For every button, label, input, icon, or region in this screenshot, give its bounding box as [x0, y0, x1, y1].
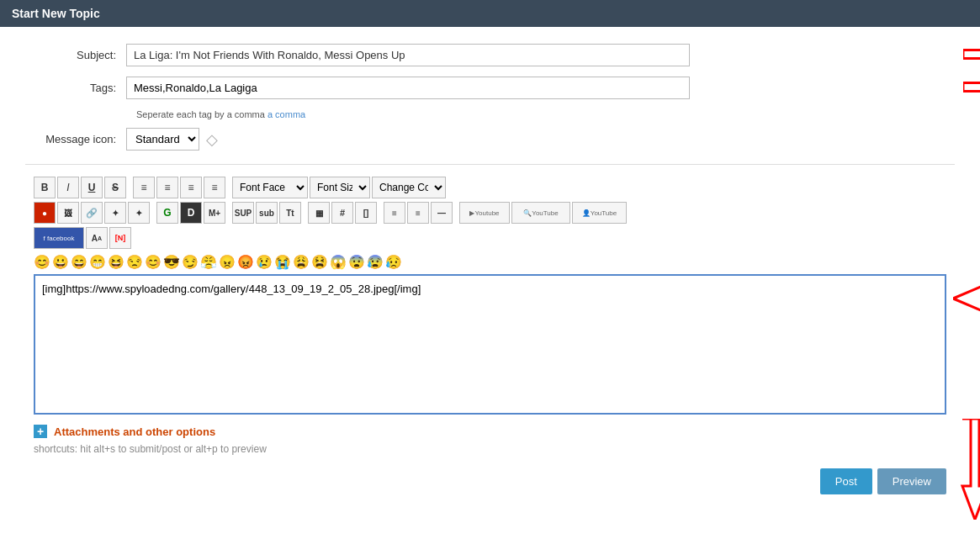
emoji-5[interactable]: 😆: [108, 256, 124, 269]
dark-d-button[interactable]: D: [180, 202, 202, 224]
attachments-label[interactable]: Attachments and other options: [54, 425, 215, 438]
emoji-20[interactable]: 😥: [385, 256, 402, 269]
emoji-11[interactable]: 😠: [219, 256, 236, 269]
emoji-15[interactable]: 😩: [293, 256, 310, 269]
textarea-down-arrow: [959, 419, 980, 522]
italic-button[interactable]: I: [57, 177, 79, 198]
list-button[interactable]: ≡: [384, 202, 405, 224]
emoji-row: 😊 😀 😄 😁 😆 😒 😊 😎 😏 😤 😠 😡 😢 😭 😩 😫 😱 😨 😰 😥: [34, 256, 955, 269]
php-button[interactable]: [N]: [109, 227, 131, 249]
emoji-6[interactable]: 😒: [126, 256, 143, 269]
subject-label: Subject:: [25, 49, 126, 61]
svg-marker-3: [962, 419, 980, 520]
sub-button[interactable]: sub: [256, 202, 278, 224]
list2-button[interactable]: ≡: [407, 202, 429, 224]
hr-button[interactable]: —: [431, 202, 453, 224]
youtube-icon[interactable]: ▶Youtube: [459, 202, 510, 224]
emoji-1[interactable]: 😊: [34, 256, 50, 269]
tags-row: Tags:: [25, 77, 955, 99]
preview-button[interactable]: Preview: [877, 468, 946, 494]
emoji-18[interactable]: 😨: [348, 256, 365, 269]
emoji-9[interactable]: 😏: [182, 256, 199, 269]
comma-link[interactable]: a comma: [268, 109, 305, 119]
tags-label: Tags:: [25, 82, 126, 94]
emoji-3[interactable]: 😄: [71, 256, 87, 269]
align-left-button[interactable]: ≡: [133, 177, 155, 198]
green-g-button[interactable]: G: [156, 202, 178, 224]
emoji-2[interactable]: 😀: [52, 256, 69, 269]
special-button[interactable]: ✦: [104, 202, 126, 224]
tags-input[interactable]: [126, 77, 690, 99]
attachments-row: + Attachments and other options: [34, 425, 946, 438]
page-header: Start New Topic: [0, 0, 980, 27]
emoji-16[interactable]: 😫: [311, 256, 328, 269]
change-color-select[interactable]: Change Color: [372, 177, 446, 198]
message-icon-select[interactable]: Standard: [126, 128, 199, 151]
diamond-icon: ◇: [206, 130, 218, 149]
subject-input[interactable]: [126, 44, 690, 66]
toolbar-row-3: f facebook AA [N]: [34, 227, 955, 249]
tt-button[interactable]: Tt: [279, 202, 301, 224]
emoji-4[interactable]: 😁: [89, 256, 106, 269]
divider: [25, 164, 955, 165]
link-button[interactable]: 🔗: [81, 202, 103, 224]
underline-button[interactable]: U: [81, 177, 103, 198]
font-size-select[interactable]: Font Size: [310, 177, 370, 198]
subject-row: Subject:: [25, 44, 955, 66]
emoji-7[interactable]: 😊: [145, 256, 162, 269]
facebook-icon[interactable]: f facebook: [34, 227, 84, 249]
bold-button[interactable]: B: [34, 177, 56, 198]
tags-hint: Seperate each tag by a comma a comma: [136, 109, 955, 119]
main-content: Subject: Tags: Seperate each tag by a co…: [0, 27, 980, 539]
flash-button[interactable]: ●: [34, 202, 56, 224]
post-button[interactable]: Post: [820, 468, 872, 494]
font-a-button[interactable]: AA: [86, 227, 108, 249]
toolbar-area: B I U S ≡ ≡ ≡ ≡ Font Face Font Size Chan…: [34, 177, 955, 249]
emoji-17[interactable]: 😱: [330, 256, 347, 269]
bracket-button[interactable]: []: [355, 202, 377, 224]
emoji-8[interactable]: 😎: [163, 256, 180, 269]
emoji-14[interactable]: 😭: [274, 256, 291, 269]
buttons-row: Post Preview: [25, 468, 946, 494]
message-textarea-wrap: [img]https://www.spyloadedng.com/gallery…: [34, 274, 946, 415]
textarea-left-arrow: [953, 283, 980, 317]
emoji-13[interactable]: 😢: [256, 256, 273, 269]
message-icon-label: Message icon:: [25, 133, 126, 145]
youtube-user-icon[interactable]: 👤YouTube: [572, 202, 627, 224]
font-face-select[interactable]: Font Face: [232, 177, 308, 198]
align-right-button[interactable]: ≡: [180, 177, 202, 198]
youtube-search-icon[interactable]: 🔍YouTube: [511, 202, 570, 224]
hash-button[interactable]: #: [331, 202, 353, 224]
shortcuts-text: shortcuts: hit alt+s to submit/post or a…: [34, 443, 946, 455]
align-justify-button[interactable]: ≡: [204, 177, 225, 198]
strikethrough-button[interactable]: S: [104, 177, 126, 198]
m-plus-button[interactable]: M+: [204, 202, 225, 224]
emoji-19[interactable]: 😰: [367, 256, 384, 269]
toolbar-row-1: B I U S ≡ ≡ ≡ ≡ Font Face Font Size Chan…: [34, 177, 955, 198]
image-button[interactable]: 🖼: [57, 202, 79, 224]
align-center-button[interactable]: ≡: [156, 177, 178, 198]
tags-arrow: [963, 71, 980, 105]
toolbar-row-2: ● 🖼 🔗 ✦ ✦ G D M+ SUP sub Tt ▦ # [] ≡ ≡ —…: [34, 202, 955, 224]
message-icon-row: Message icon: Standard ◇: [25, 128, 955, 151]
message-textarea[interactable]: [img]https://www.spyloadedng.com/gallery…: [35, 276, 945, 410]
emoji-12[interactable]: 😡: [237, 256, 254, 269]
page-title: Start New Topic: [12, 7, 100, 20]
subject-arrow: [963, 38, 980, 72]
svg-marker-2: [953, 286, 980, 311]
sup-button[interactable]: SUP: [232, 202, 254, 224]
attach-plus-icon[interactable]: +: [34, 425, 47, 438]
emoji-10[interactable]: 😤: [200, 256, 217, 269]
svg-marker-0: [963, 41, 980, 66]
spoiler-button[interactable]: ✦: [128, 202, 150, 224]
table-button[interactable]: ▦: [308, 202, 330, 224]
svg-marker-1: [963, 74, 980, 99]
